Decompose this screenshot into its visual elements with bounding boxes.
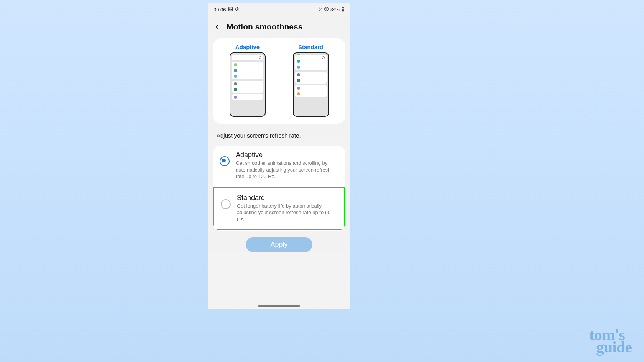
preview-card: Adaptive Standard [213, 38, 345, 124]
back-icon[interactable] [214, 23, 221, 31]
options-card: Adaptive Get smoother animations and scr… [213, 146, 345, 231]
radio-standard[interactable] [221, 199, 231, 209]
status-battery: 34% [330, 7, 340, 12]
app-header: Motion smoothness [208, 15, 350, 38]
radio-adaptive[interactable] [220, 156, 230, 166]
option-standard[interactable]: Standard Get longer battery life by auto… [213, 187, 345, 231]
option-adaptive-desc: Get smoother animations and scrolling by… [236, 160, 338, 180]
svg-rect-7 [342, 9, 344, 11]
nav-handle[interactable] [258, 305, 300, 307]
svg-point-3 [319, 10, 320, 11]
image-icon [228, 7, 233, 13]
preview-adaptive-mock [230, 52, 266, 117]
page-title: Motion smoothness [227, 22, 302, 31]
watermark-line2: guide [596, 341, 632, 354]
option-adaptive-title: Adaptive [236, 151, 338, 159]
svg-rect-0 [228, 7, 232, 11]
preview-standard[interactable]: Standard [279, 44, 342, 117]
apply-button-wrap: Apply [208, 231, 350, 252]
battery-icon [341, 7, 345, 13]
section-description: Adjust your screen's refresh rate. [208, 124, 350, 143]
status-time: 09:06 [214, 7, 226, 13]
preview-standard-mock [293, 52, 329, 117]
clock-icon [235, 7, 240, 13]
option-standard-title: Standard [237, 194, 337, 202]
phone-frame: 09:06 34% Motion smoothness [208, 3, 350, 309]
preview-standard-label: Standard [279, 44, 342, 50]
preview-adaptive[interactable]: Adaptive [216, 44, 279, 117]
apply-button[interactable]: Apply [246, 237, 312, 252]
option-standard-desc: Get longer battery life by automatically… [237, 203, 337, 223]
svg-point-1 [230, 8, 230, 9]
option-adaptive[interactable]: Adaptive Get smoother animations and scr… [213, 146, 345, 186]
svg-rect-6 [342, 7, 343, 7]
watermark-logo: tom's guide [589, 329, 632, 354]
wifi-icon [317, 7, 322, 13]
preview-adaptive-label: Adaptive [216, 44, 279, 50]
status-bar: 09:06 34% [208, 3, 350, 15]
dnd-icon [324, 7, 329, 13]
